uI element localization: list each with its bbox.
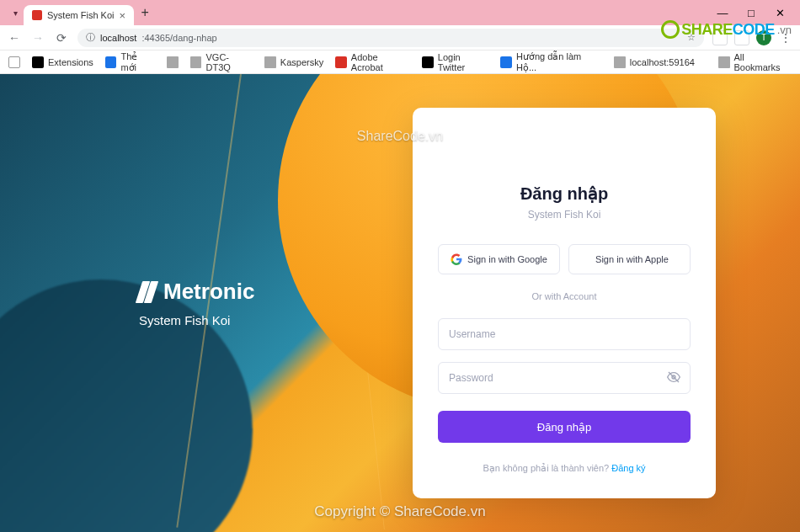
bookmark-localhost[interactable]: localhost:59164 bbox=[614, 56, 695, 68]
bookmark-twitter[interactable]: Login Twitter bbox=[422, 52, 488, 72]
adobe-icon bbox=[335, 56, 347, 68]
apps-icon bbox=[8, 56, 20, 68]
bookmark-newtab[interactable]: Thẻ mới bbox=[105, 51, 155, 73]
reload-button[interactable]: ⟳ bbox=[54, 31, 69, 45]
close-tab-icon[interactable]: × bbox=[119, 9, 125, 22]
globe-icon bbox=[105, 56, 117, 68]
bookmark-extensions[interactable]: Extensions bbox=[32, 56, 93, 68]
bookmark-vgc[interactable]: VGC-DT3Q bbox=[190, 52, 253, 72]
signup-link[interactable]: Đăng ký bbox=[611, 463, 645, 473]
bookmark-kaspersky[interactable]: Kaspersky bbox=[264, 56, 323, 68]
address-bar[interactable]: ⓘ localhost:44365/dang-nhap ☆ bbox=[77, 29, 704, 47]
bookmark-star-icon[interactable]: ☆ bbox=[687, 32, 696, 43]
minimize-button[interactable]: — bbox=[714, 7, 731, 19]
extension-icon[interactable] bbox=[734, 30, 749, 45]
viewport: ShareCode.vn Metronic System Fish Koi Đă… bbox=[0, 74, 800, 532]
brand-subtitle: System Fish Koi bbox=[139, 313, 254, 327]
password-input[interactable] bbox=[438, 362, 691, 394]
maximize-button[interactable]: □ bbox=[743, 7, 760, 19]
bookmark-guide[interactable]: Hướng dẫn làm Hộ... bbox=[500, 51, 601, 73]
favicon-icon bbox=[32, 10, 42, 20]
back-button[interactable]: ← bbox=[7, 31, 22, 45]
bookmark-apps[interactable] bbox=[8, 56, 20, 68]
folder-icon bbox=[167, 56, 179, 68]
new-tab-button[interactable]: + bbox=[134, 2, 156, 24]
google-icon bbox=[451, 253, 462, 265]
username-input[interactable] bbox=[438, 318, 691, 350]
login-subtitle: System Fish Koi bbox=[438, 209, 691, 221]
bookmark-folder[interactable] bbox=[167, 56, 179, 68]
toggle-password-icon[interactable] bbox=[667, 370, 680, 386]
site-info-icon[interactable]: ⓘ bbox=[86, 31, 95, 44]
x-icon bbox=[422, 56, 434, 68]
signin-google-button[interactable]: Sign in with Google bbox=[438, 244, 560, 274]
signup-prompt: Bạn không phải là thành viên? Đăng ký bbox=[438, 463, 691, 474]
bookmarks-bar: Extensions Thẻ mới VGC-DT3Q Kaspersky Ad… bbox=[0, 51, 800, 74]
url-path: :44365/dang-nhap bbox=[141, 33, 216, 43]
forward-button[interactable]: → bbox=[30, 31, 45, 45]
globe-icon bbox=[500, 56, 512, 68]
metronic-logo-icon bbox=[139, 281, 155, 303]
tab-search-icon[interactable]: ▾ bbox=[7, 8, 24, 18]
folder-icon bbox=[190, 56, 202, 68]
all-bookmarks[interactable]: All Bookmarks bbox=[718, 52, 792, 72]
login-card: Đăng nhập System Fish Koi Sign in with G… bbox=[413, 108, 716, 498]
folder-icon bbox=[614, 56, 626, 68]
login-title: Đăng nhập bbox=[438, 184, 691, 204]
bookmark-adobe[interactable]: Adobe Acrobat bbox=[335, 52, 410, 72]
puzzle-icon bbox=[32, 56, 44, 68]
submit-button[interactable]: Đăng nhập bbox=[438, 411, 691, 443]
extension-icon[interactable] bbox=[712, 30, 728, 45]
brand-panel: Metronic System Fish Koi bbox=[139, 279, 254, 327]
close-window-button[interactable]: ✕ bbox=[771, 7, 788, 19]
menu-button[interactable]: ⋮ bbox=[778, 31, 793, 45]
signin-apple-button[interactable]: Sign in with Apple bbox=[568, 244, 691, 274]
urlbar: ← → ⟳ ⓘ localhost:44365/dang-nhap ☆ T ⋮ bbox=[0, 25, 800, 51]
tab-title: System Fish Koi bbox=[47, 10, 114, 20]
titlebar: ▾ System Fish Koi × + — □ ✕ bbox=[0, 0, 800, 25]
browser-tab[interactable]: System Fish Koi × bbox=[24, 5, 134, 25]
url-host: localhost bbox=[100, 33, 136, 43]
folder-icon bbox=[718, 56, 730, 68]
brand-name: Metronic bbox=[163, 279, 254, 305]
or-divider: Or with Account bbox=[438, 291, 691, 301]
folder-icon bbox=[264, 56, 276, 68]
profile-avatar[interactable]: T bbox=[756, 30, 771, 45]
